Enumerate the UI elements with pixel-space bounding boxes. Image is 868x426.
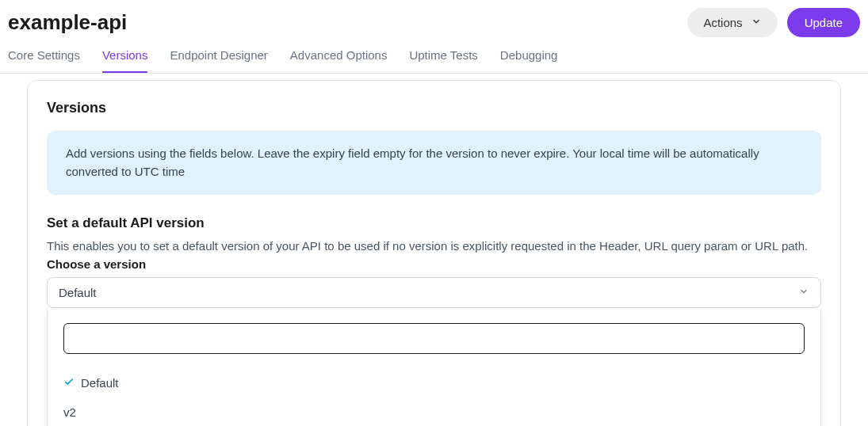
tab-endpoint-designer[interactable]: Endpoint Designer [170, 48, 267, 73]
dropdown-search-input[interactable] [63, 323, 805, 354]
header-actions: Actions Update [687, 8, 860, 37]
version-select-value: Default [59, 286, 97, 299]
tabs: Core Settings Versions Endpoint Designer… [0, 37, 868, 74]
tab-versions[interactable]: Versions [102, 48, 148, 73]
chevron-down-icon [798, 286, 809, 299]
default-version-description: This enables you to set a default versio… [47, 239, 821, 253]
chevron-down-icon [751, 16, 762, 29]
dropdown-option-label: v2 [63, 405, 76, 419]
dropdown-option-label: Default [81, 376, 119, 390]
check-icon [63, 376, 76, 390]
version-select-wrapper: Default Default v2 [47, 277, 821, 308]
dropdown-option-v2[interactable]: v2 [63, 397, 805, 426]
dropdown-option-default[interactable]: Default [63, 368, 805, 397]
info-box: Add versions using the fields below. Lea… [47, 131, 821, 195]
tab-advanced-options[interactable]: Advanced Options [290, 48, 388, 73]
page-title: example-api [8, 10, 127, 35]
version-dropdown: Default v2 [47, 309, 821, 426]
update-button[interactable]: Update [787, 8, 860, 37]
versions-title: Versions [47, 100, 821, 116]
versions-card: Versions Add versions using the fields b… [27, 80, 841, 426]
actions-label: Actions [703, 16, 742, 29]
choose-version-label: Choose a version [47, 257, 821, 271]
tab-uptime-tests[interactable]: Uptime Tests [409, 48, 477, 73]
default-version-title: Set a default API version [47, 215, 821, 231]
version-select[interactable]: Default [47, 277, 821, 308]
actions-button[interactable]: Actions [687, 8, 777, 37]
tab-debugging[interactable]: Debugging [500, 48, 558, 73]
tab-core-settings[interactable]: Core Settings [8, 48, 80, 73]
